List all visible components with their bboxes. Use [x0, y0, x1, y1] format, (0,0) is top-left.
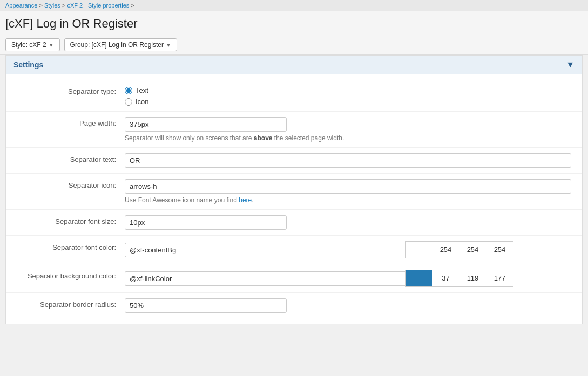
separator-font-size-row: Separator font size: — [6, 210, 582, 236]
page-width-input[interactable] — [125, 117, 287, 132]
form-section: Separator type: Text Icon — [6, 74, 582, 324]
radio-icon-label: Icon — [136, 98, 149, 106]
separator-bg-color-swatch[interactable] — [405, 270, 432, 287]
separator-border-radius-label: Separator border radius: — [6, 298, 125, 309]
breadcrumb: Appearance > Styles > cXF 2 - Style prop… — [0, 0, 588, 11]
separator-icon-content: Use Font Awesome icon name you find here… — [125, 179, 571, 204]
separator-font-color-input-row: 254 254 254 — [125, 241, 571, 258]
radio-text-input[interactable] — [125, 87, 132, 94]
separator-icon-hint: Use Font Awesome icon name you find here… — [125, 196, 571, 204]
style-dropdown[interactable]: Style: cXF 2 ▼ — [5, 38, 60, 51]
separator-type-radio-group: Text Icon — [125, 85, 571, 106]
separator-type-row: Separator type: Text Icon — [6, 80, 582, 112]
separator-bg-color-label: Separator background color: — [6, 270, 125, 280]
separator-font-size-content — [125, 215, 571, 230]
radio-icon[interactable]: Icon — [125, 98, 571, 106]
separator-type-content: Text Icon — [125, 85, 571, 106]
settings-header: Settings ▼ — [6, 56, 582, 74]
separator-font-color-b: 254 — [486, 241, 513, 258]
font-awesome-link[interactable]: here — [239, 196, 252, 204]
separator-icon-input[interactable] — [125, 179, 571, 194]
radio-icon-input[interactable] — [125, 98, 132, 106]
separator-bg-color-row: Separator background color: 37 119 177 — [6, 264, 582, 293]
separator-bg-color-input-row: 37 119 177 — [125, 270, 571, 287]
radio-text[interactable]: Text — [125, 86, 571, 94]
separator-text-label: Separator text: — [6, 153, 125, 163]
separator-font-color-text-input[interactable] — [125, 243, 405, 257]
settings-panel: Settings ▼ Separator type: Text Icon — [5, 55, 583, 324]
separator-border-radius-content — [125, 298, 571, 313]
separator-border-radius-input[interactable] — [125, 298, 287, 313]
separator-text-content — [125, 153, 571, 168]
separator-bg-color-b: 177 — [486, 270, 513, 287]
toolbar: Style: cXF 2 ▼ Group: [cXF] Log in OR Re… — [0, 35, 588, 55]
separator-text-row: Separator text: — [6, 148, 582, 174]
breadcrumb-style-properties[interactable]: cXF 2 - Style properties — [67, 2, 129, 9]
separator-font-size-label: Separator font size: — [6, 215, 125, 225]
breadcrumb-styles[interactable]: Styles — [44, 2, 60, 9]
separator-bg-color-g: 119 — [459, 270, 486, 287]
page-width-row: Page width: Separator will show only on … — [6, 112, 582, 148]
radio-text-label: Text — [136, 86, 148, 94]
separator-font-color-r: 254 — [432, 241, 459, 258]
style-dropdown-arrow: ▼ — [49, 42, 54, 48]
separator-text-input[interactable] — [125, 153, 571, 168]
group-dropdown-arrow: ▼ — [166, 42, 171, 48]
separator-font-color-swatch[interactable] — [405, 241, 432, 258]
separator-font-color-label: Separator font color: — [6, 241, 125, 251]
main-content: Settings ▼ Separator type: Text Icon — [0, 55, 588, 330]
separator-font-color-row: Separator font color: 254 254 254 — [6, 236, 582, 264]
breadcrumb-appearance[interactable]: Appearance — [5, 2, 37, 9]
separator-border-radius-row: Separator border radius: — [6, 293, 582, 318]
separator-font-color-g: 254 — [459, 241, 486, 258]
separator-type-label: Separator type: — [6, 85, 125, 95]
group-dropdown[interactable]: Group: [cXF] Log in OR Register ▼ — [64, 38, 177, 51]
page-width-label: Page width: — [6, 117, 125, 127]
page-title: [cXF] Log in OR Register — [0, 11, 588, 35]
separator-icon-row: Separator icon: Use Font Awesome icon na… — [6, 174, 582, 210]
separator-bg-color-content: 37 119 177 — [125, 270, 571, 287]
separator-icon-label: Separator icon: — [6, 179, 125, 189]
page-width-hint: Separator will show only on screens that… — [125, 134, 571, 142]
separator-font-color-content: 254 254 254 — [125, 241, 571, 258]
separator-bg-color-r: 37 — [432, 270, 459, 287]
separator-bg-color-text-input[interactable] — [125, 271, 405, 286]
separator-font-size-input[interactable] — [125, 215, 287, 230]
collapse-icon[interactable]: ▼ — [566, 60, 575, 70]
settings-title: Settings — [13, 60, 43, 69]
page-width-content: Separator will show only on screens that… — [125, 117, 571, 142]
